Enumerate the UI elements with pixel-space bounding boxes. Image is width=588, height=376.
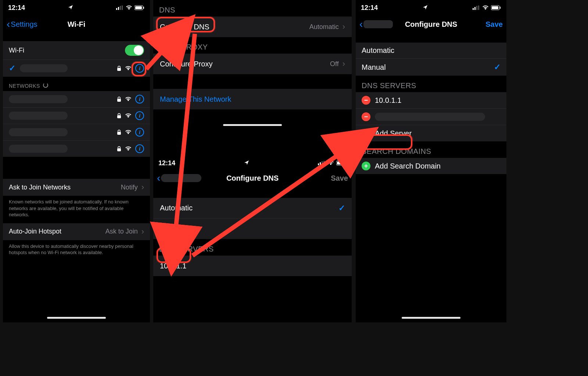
wifi-icon (125, 146, 132, 151)
dns-mode-manual[interactable]: Manual (153, 218, 352, 239)
svg-rect-0 (116, 8, 117, 10)
manual-label: Manual (160, 225, 184, 233)
cellular-icon (473, 6, 480, 10)
home-indicator (47, 317, 106, 319)
ask-to-join-footer: Known networks will be joined automatica… (3, 196, 150, 223)
add-search-domain-row[interactable]: + Add Search Domain (356, 158, 506, 174)
svg-rect-19 (473, 8, 474, 10)
status-bar: 12:14 (356, 0, 506, 15)
wifi-status-icon (482, 5, 489, 10)
back-label-redacted (161, 174, 201, 182)
wifi-label: Wi-Fi (9, 47, 24, 54)
auto-join-hotspot-row[interactable]: Auto-Join Hotspot Ask to Join › (3, 223, 150, 240)
network-row[interactable]: i (3, 141, 150, 157)
svg-rect-10 (117, 132, 121, 135)
configure-proxy-row[interactable]: Configure Proxy Off › (153, 54, 352, 74)
auto-join-hotspot-value: Ask to Join (105, 228, 138, 235)
delete-server-button[interactable]: − (362, 96, 370, 105)
svg-rect-1 (118, 7, 119, 10)
chevron-left-icon: ‹ (157, 173, 160, 183)
svg-rect-14 (322, 161, 323, 165)
svg-rect-24 (492, 6, 498, 9)
add-server-row[interactable]: + Add Server (356, 125, 506, 141)
configure-proxy-value: Off (330, 60, 339, 68)
svg-rect-9 (117, 115, 121, 118)
current-network-name (20, 64, 68, 72)
svg-rect-3 (122, 6, 123, 10)
network-info-button[interactable]: i (135, 64, 144, 73)
status-time: 12:14 (158, 159, 175, 167)
dns-mode-automatic[interactable]: Automatic ✓ (153, 198, 352, 218)
svg-rect-6 (143, 7, 144, 9)
add-server-label: Add Server (375, 129, 412, 138)
network-name (9, 128, 68, 136)
location-icon (244, 160, 249, 165)
network-info-button[interactable]: i (135, 144, 144, 153)
status-bar: 12:14 (3, 0, 150, 15)
lock-icon (117, 146, 121, 151)
configure-dns-value: Automatic (309, 23, 339, 31)
network-name (9, 145, 68, 153)
status-time: 12:14 (361, 4, 378, 12)
dns-servers-header: DNS SERVERS (356, 76, 506, 92)
page-title: Configure DNS (226, 174, 279, 182)
dns-server-row[interactable]: − 10.0.1.1 (356, 92, 506, 109)
delete-server-button[interactable]: − (362, 112, 370, 121)
wifi-status-icon (126, 5, 132, 10)
manage-network-link[interactable]: Manage This Network (153, 89, 352, 109)
dns-mode-manual[interactable]: Manual ✓ (356, 59, 506, 76)
back-label: Settings (11, 20, 37, 29)
search-domains-header: SEARCH DOMAINS (356, 141, 506, 158)
add-search-domain-button[interactable]: + (362, 162, 370, 170)
configure-dns-row[interactable]: Configure DNS Automatic › (153, 17, 352, 37)
dns-server-row: 10.0.1.1 (153, 256, 352, 276)
network-row[interactable]: i (3, 91, 150, 108)
back-to-settings[interactable]: ‹ Settings (7, 19, 37, 29)
home-indicator (402, 317, 460, 319)
battery-icon (491, 5, 501, 10)
lock-icon (117, 97, 121, 102)
wifi-icon (125, 130, 132, 135)
network-info-button[interactable]: i (135, 128, 144, 137)
back-button[interactable]: ‹ (359, 19, 393, 29)
network-info-button[interactable]: i (135, 95, 144, 104)
network-row[interactable]: i (3, 124, 150, 141)
page-title: Configure DNS (405, 20, 457, 29)
svg-rect-2 (120, 6, 121, 10)
cellular-icon (318, 161, 325, 165)
wifi-toggle-row[interactable]: Wi-Fi (3, 41, 150, 60)
ask-to-join-label: Ask to Join Networks (9, 184, 71, 191)
network-info-button[interactable]: i (135, 111, 144, 120)
save-button[interactable]: Save (331, 174, 348, 182)
battery-icon (336, 160, 347, 166)
dns-mode-automatic[interactable]: Automatic (356, 43, 506, 59)
wifi-icon (125, 66, 132, 71)
dns-server-value: 10.0.1.1 (160, 262, 186, 270)
dns-server-row[interactable]: − (356, 109, 506, 125)
ask-to-join-value: Notify (121, 184, 138, 191)
network-name (9, 112, 68, 120)
automatic-label: Automatic (160, 204, 193, 212)
chevron-left-icon: ‹ (359, 19, 363, 29)
status-time: 12:14 (8, 4, 25, 12)
wifi-toggle[interactable] (125, 45, 144, 56)
current-network-row[interactable]: ✓ i (3, 60, 150, 77)
save-button[interactable]: Save (485, 20, 503, 29)
checkmark-icon: ✓ (9, 64, 15, 73)
lock-icon (117, 113, 121, 118)
home-indicator (223, 124, 282, 126)
manual-label: Manual (362, 63, 386, 72)
svg-rect-22 (478, 6, 479, 10)
svg-rect-25 (500, 7, 501, 9)
page-title: Wi-Fi (68, 20, 86, 29)
status-bar: 12:14 (153, 154, 352, 169)
add-server-button[interactable]: + (362, 129, 370, 138)
pane-wifi-settings: 12:14 ‹ Settings Wi-Fi Wi-Fi ✓ (3, 0, 150, 322)
back-button[interactable]: ‹ (157, 173, 201, 183)
battery-icon (135, 5, 145, 10)
manage-network-label: Manage This Network (160, 95, 231, 104)
nav-bar: ‹ Configure DNS Save (356, 15, 506, 33)
proxy-section-header: HTTP PROXY (153, 37, 352, 54)
ask-to-join-row[interactable]: Ask to Join Networks Notify › (3, 179, 150, 196)
network-row[interactable]: i (3, 108, 150, 124)
